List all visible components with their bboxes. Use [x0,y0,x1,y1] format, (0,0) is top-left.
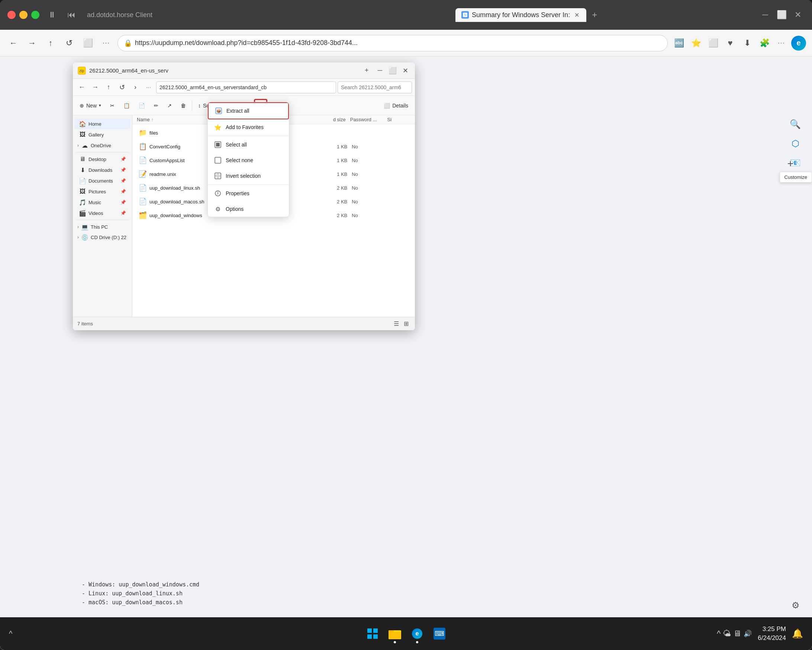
settings-button[interactable]: ⚙ [788,598,803,613]
fe-delete-button[interactable]: 🗑 [177,99,189,112]
settings-more-button[interactable]: ··· [774,36,789,50]
fe-up-button[interactable]: ↑ [102,81,114,93]
download-button[interactable]: ⬇ [740,36,755,50]
list-view-toggle[interactable]: ☰ [392,319,401,328]
toolbar-separator [192,101,192,111]
fe-share-button[interactable]: ↗ [163,99,176,112]
fe-address-more-button[interactable]: ··· [143,81,155,93]
fe-tab-add-button[interactable]: + [362,66,372,76]
extensions-button[interactable]: 🧩 [757,36,772,50]
ctx-select-none-label: Select none [226,157,253,163]
tab-active[interactable]: S Summary for Windows Server In: ✕ [455,8,586,22]
fe-copy-button[interactable]: 📋 [120,99,133,112]
sound-icon[interactable]: 🔊 [743,630,752,638]
favorites-button[interactable]: ⭐ [688,36,704,50]
ctx-options[interactable]: ⚙ Options [208,201,289,217]
fe-close-button[interactable]: ✕ [400,66,411,76]
ctx-select-none[interactable]: Select none [208,153,289,168]
add-customize-button[interactable]: + [784,157,797,170]
fe-address-bar[interactable]: 26212.5000_arm64_en-us_serverstandard_cb [156,81,336,93]
taskbar-chevron-icon[interactable]: ^ [9,630,12,638]
nav-refresh-button[interactable]: ↺ [62,36,76,50]
address-bar[interactable]: 🔒 https://uupdump.net/download.php?id=cb… [118,35,668,51]
nav-more-button[interactable]: ··· [99,36,114,50]
tray-chevron[interactable]: ^ [717,629,720,638]
notification-icon[interactable]: 🔔 [792,629,803,639]
minimize-traffic-light[interactable] [19,11,27,19]
cddrive-expand-icon: › [77,235,79,240]
fe-details-button[interactable]: ⬜ Details [380,99,412,112]
ctx-add-favorites[interactable]: ⭐ Add to Favorites [208,119,289,135]
nav-back-button[interactable]: ← [6,36,21,50]
taskbar-clock[interactable]: 3:25 PM 6/24/2024 [758,625,786,642]
back-media-button[interactable]: ⏮ [65,8,78,21]
fe-cut-button[interactable]: ✂ [106,99,118,112]
desktop-pin-icon: 📌 [121,157,126,162]
bing-button[interactable]: ⬡ [787,135,803,152]
grid-view-toggle[interactable]: ⊞ [401,319,411,328]
col-compressed-header[interactable]: d size [299,117,350,122]
sidebar-item-pictures[interactable]: 🖼 Pictures 📌 [74,186,130,197]
search-sidebar-button[interactable]: 🔍 [787,116,803,133]
sidebar-item-documents[interactable]: 📄 Documents 📌 [74,175,130,186]
fe-maximize-button[interactable]: ⬜ [388,66,398,76]
taskbar-vscode[interactable]: ⌨ [429,623,450,644]
fe-forward-button[interactable]: → [89,81,101,93]
fe-refresh-button[interactable]: ↺ [116,81,128,93]
videos-pin-icon: 📌 [121,211,126,216]
split-view-button[interactable]: ⬜ [706,36,720,50]
items-count: 7 items [77,321,93,327]
taskbar-edge[interactable]: e [407,623,427,644]
customize-tooltip: Customize [780,172,812,183]
network-icon[interactable]: 🖥 [733,629,741,638]
fe-back-button[interactable]: ← [76,81,88,93]
videos-icon: 🎬 [79,209,86,217]
tab-close-button[interactable]: ✕ [573,11,580,18]
taskbar-file-explorer[interactable] [385,623,405,644]
sidebar-item-onedrive[interactable]: › ☁ OneDrive [73,140,132,151]
ctx-select-all[interactable]: Select all [208,137,289,153]
maximize-traffic-light[interactable] [31,11,40,19]
browser-window: ⏸ ⏮ ad.dotdot.horse Client S Summary for… [0,0,812,650]
col-size-header[interactable]: Si [388,117,411,122]
col-password-header[interactable]: Password ... [350,117,388,122]
nav-forward-button[interactable]: → [24,36,40,50]
pause-button[interactable]: ⏸ [45,8,59,21]
nav-bar: ← → ↑ ↺ ⬜ ··· 🔒 https://uupdump.net/down… [0,30,812,56]
taskbar-start[interactable] [362,623,383,644]
favorites-sidebar-button[interactable]: ♥ [723,36,738,50]
fe-minimize-button[interactable]: ─ [375,66,385,76]
sidebar-item-downloads[interactable]: ⬇ Downloads 📌 [74,165,130,175]
ctx-extract-all[interactable]: 📦 Extract all [208,102,289,119]
nav-up-button[interactable]: ↑ [43,36,58,50]
tab-add-button[interactable]: + [588,8,601,21]
edge-active-dot [416,641,418,643]
close-traffic-light[interactable] [8,11,15,19]
fe-paste-button[interactable]: 📄 [135,99,149,112]
sidebar-divider-2 [76,220,129,220]
sidebar-item-home[interactable]: 🏠 Home [74,119,130,129]
sidebar-item-thispc[interactable]: › 💻 This PC [73,221,132,232]
sidebar-label-thispc: This PC [91,224,108,230]
sidebar-item-music[interactable]: 🎵 Music 📌 [74,197,130,208]
file-password: No [352,213,387,218]
read-aloud-button[interactable]: 🔤 [672,36,686,50]
maximize-button[interactable]: ⬜ [775,8,788,21]
fe-new-button[interactable]: ⊕ New ▾ [76,99,105,112]
fe-breadcrumb-arrow[interactable]: › [130,81,141,93]
fe-rename-button[interactable]: ✏ [150,99,162,112]
sidebar-item-cddrive[interactable]: › 💿 CD Drive (D:) 22 [73,232,132,243]
sidebar-item-videos[interactable]: 🎬 Videos 📌 [74,208,130,218]
ctx-invert-selection[interactable]: Invert selection [208,168,289,184]
close-button[interactable]: ✕ [791,8,804,21]
nav-view-button[interactable]: ⬜ [80,36,95,50]
sidebar-item-desktop[interactable]: 🖥 Desktop 📌 [74,154,130,164]
select-all-icon [214,140,222,149]
ctx-properties[interactable]: Properties [208,186,289,201]
sidebar-item-gallery[interactable]: 🖼 Gallery [74,130,130,140]
fe-search-input[interactable] [337,81,412,93]
fe-address-text: 26212.5000_arm64_en-us_serverstandard_cb [160,84,267,90]
home-icon: 🏠 [79,120,86,128]
file-explorer-icon [388,626,402,641]
minimize-button[interactable]: ─ [759,8,772,21]
